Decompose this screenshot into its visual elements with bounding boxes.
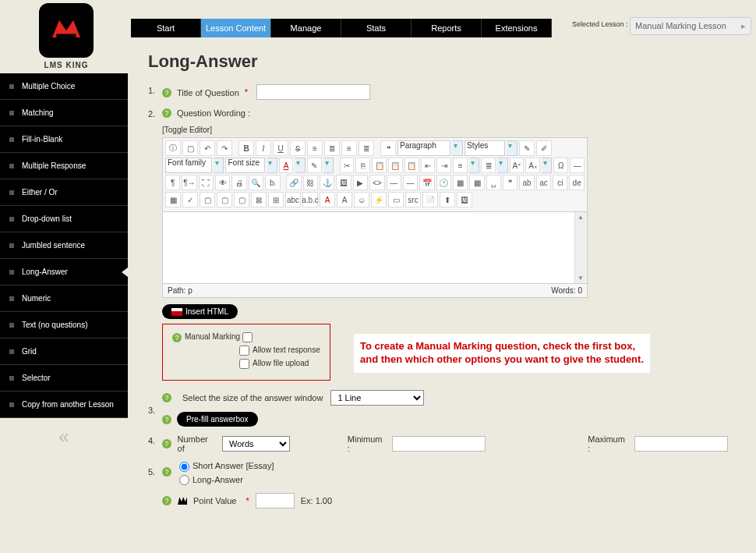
ltr-icon[interactable]: ¶→ [182, 175, 196, 190]
upload-icon[interactable]: ⬆ [440, 192, 455, 207]
nav-manage[interactable]: Manage [271, 19, 341, 37]
dropdown-arrow-icon[interactable]: ▾ [497, 158, 507, 173]
gallery-icon[interactable]: 🖼 [457, 192, 472, 207]
help-icon[interactable]: ? [162, 467, 171, 477]
paste-word-icon[interactable]: 📋 [404, 158, 419, 173]
copy-icon[interactable]: ⎘ [355, 158, 370, 173]
subscript-icon[interactable]: Aₓ [525, 158, 540, 173]
highlight-icon[interactable]: ✎ [307, 158, 322, 173]
dropdown-arrow-icon[interactable]: ▾ [469, 158, 479, 173]
manual-marking-option[interactable]: ?Manual Marking [172, 332, 320, 342]
styles-select[interactable]: Styles [465, 140, 505, 156]
iframe-icon[interactable]: ▭ [388, 192, 404, 207]
sidebar-item-multiple-response[interactable]: Multiple Response [0, 153, 128, 179]
layer-add-icon[interactable]: ▢ [200, 192, 215, 207]
readmore-icon[interactable]: — [403, 175, 418, 190]
layer-icon[interactable]: ▦ [469, 175, 484, 190]
attribs-icon[interactable]: A [320, 192, 335, 207]
nav-lesson-content[interactable]: Lesson Content [201, 19, 271, 37]
sidebar-item-long-answer[interactable]: Long-Answer [0, 259, 128, 285]
undo-icon[interactable]: ↶ [200, 140, 215, 156]
visualaid-icon[interactable]: ⊞ [268, 192, 284, 207]
acronym-icon[interactable]: ac [536, 175, 551, 190]
maximum-input[interactable] [634, 436, 728, 452]
special-char-icon[interactable]: Ω [553, 158, 568, 173]
insert-html-button[interactable]: Insert HTML [162, 304, 238, 319]
info-icon[interactable]: ⓘ [165, 140, 181, 156]
dropdown-arrow-icon[interactable]: ▾ [267, 158, 277, 173]
fullscreen-icon[interactable]: ⛶ [199, 175, 214, 190]
number-unit-select[interactable]: Words [222, 436, 290, 452]
dropdown-arrow-icon[interactable]: ▾ [214, 158, 224, 173]
unordered-list-icon[interactable]: ≣ [481, 158, 496, 173]
sidebar-item-selector[interactable]: Selector [0, 365, 128, 392]
sidebar-item-jumbled-sentence[interactable]: Jumbled sentence [0, 232, 128, 259]
print-icon[interactable]: 🖨 [231, 175, 246, 190]
code-icon[interactable]: <> [369, 175, 384, 190]
long-answer-radio[interactable] [179, 475, 189, 485]
sidebar-item-text-no-questions[interactable]: Text (no questions) [0, 312, 128, 339]
preview-icon[interactable]: 👁 [215, 175, 230, 190]
prefill-button[interactable]: Pre-fill answerbox [177, 412, 257, 427]
long-answer-option[interactable]: Long-Answer [179, 475, 734, 486]
sidebar-item-matching[interactable]: Matching [0, 100, 128, 126]
help-icon[interactable]: ? [162, 496, 171, 505]
outdent-icon[interactable]: ⇤ [421, 158, 436, 173]
ordered-list-icon[interactable]: ≡ [453, 158, 468, 173]
align-left-icon[interactable]: ≡ [307, 140, 323, 156]
short-answer-option[interactable]: Short Answer [Essay] [179, 461, 734, 472]
text-color-icon[interactable]: A [279, 158, 294, 173]
align-justify-icon[interactable]: ≣ [359, 140, 374, 156]
del-icon[interactable]: de [569, 175, 584, 190]
help-icon[interactable]: ? [162, 108, 171, 118]
emoticons-icon[interactable]: ☺ [354, 192, 369, 207]
sidebar-item-fill-in-blank[interactable]: Fill-in-Blank [0, 126, 128, 153]
sidebar-item-grid[interactable]: Grid [0, 339, 128, 365]
title-input[interactable] [256, 84, 370, 100]
find-icon[interactable]: 🔍 [249, 175, 263, 190]
clear-format-icon[interactable]: ✐ [536, 140, 552, 156]
nav-reports[interactable]: Reports [412, 19, 482, 37]
replace-icon[interactable]: bᵢ [265, 175, 280, 190]
new-doc-icon[interactable]: ▢ [182, 140, 198, 156]
paragraph-select[interactable]: Paragraph [397, 140, 450, 156]
eraser-icon[interactable]: ✎ [519, 140, 535, 156]
paste-text-icon[interactable]: 📋 [388, 158, 403, 173]
image-icon[interactable]: 🖼 [336, 175, 351, 190]
dropdown-arrow-icon[interactable]: ▾ [542, 158, 552, 173]
sidebar-item-multiple-choice[interactable]: Multiple Choice [0, 73, 128, 100]
bold-icon[interactable]: B [238, 140, 254, 156]
minimum-input[interactable] [392, 436, 486, 452]
nav-extensions[interactable]: Extensions [482, 19, 552, 37]
abbr-icon[interactable]: ab [519, 175, 534, 190]
underline-icon[interactable]: U [273, 140, 288, 156]
manual-marking-checkbox[interactable] [242, 332, 253, 342]
date-icon[interactable]: 📅 [419, 175, 434, 190]
sidebar-item-copy-from-lesson[interactable]: Copy from another Lesson [0, 392, 128, 418]
table-icon[interactable]: ▦ [165, 192, 181, 207]
blockquote-icon[interactable]: ❞ [503, 175, 518, 190]
allow-file-checkbox[interactable] [239, 359, 249, 369]
short-answer-radio[interactable] [179, 462, 189, 472]
align-center-icon[interactable]: ≣ [324, 140, 340, 156]
editor-content-area[interactable] [162, 212, 588, 284]
selected-lesson-dropdown[interactable]: Manual Marking Lesson [630, 17, 751, 35]
dropdown-arrow-icon[interactable]: ▾ [452, 140, 463, 156]
nbsp-icon[interactable]: ␣ [486, 175, 501, 190]
font-family-select[interactable]: Font family [165, 158, 212, 173]
size-select[interactable]: 1 Line [330, 390, 424, 406]
scrollbar[interactable] [574, 212, 587, 283]
align-right-icon[interactable]: ≡ [341, 140, 357, 156]
quote-icon[interactable]: ❝ [380, 140, 396, 156]
strike-icon[interactable]: S̶ [290, 140, 306, 156]
nav-stats[interactable]: Stats [341, 19, 412, 37]
point-value-input[interactable] [256, 493, 295, 509]
nav-start[interactable]: Start [131, 19, 201, 37]
dropdown-arrow-icon[interactable]: ▾ [507, 140, 518, 156]
cut-icon[interactable]: ✂ [340, 158, 355, 173]
sidebar-item-numeric[interactable]: Numeric [0, 285, 128, 312]
unlink-icon[interactable]: ⛓ [303, 175, 318, 190]
style-icon[interactable]: A [337, 192, 352, 207]
pagebreak-icon[interactable]: — [387, 175, 401, 190]
link-icon[interactable]: 🔗 [286, 175, 301, 190]
